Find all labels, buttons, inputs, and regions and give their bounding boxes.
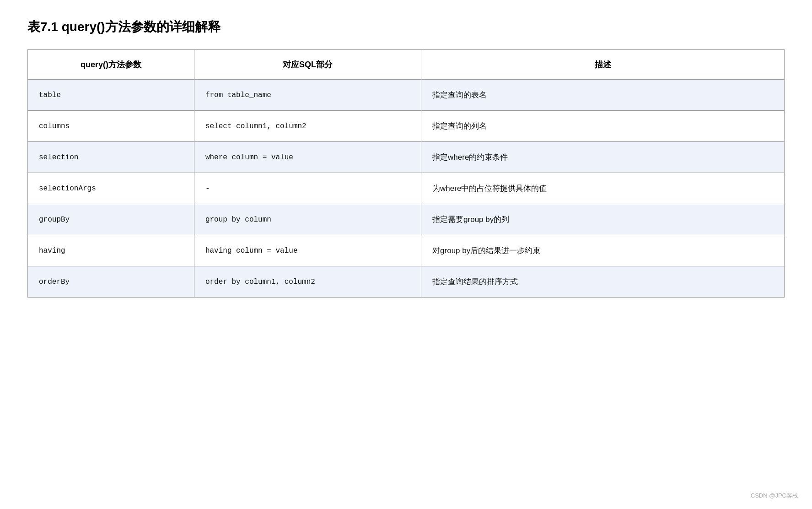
table-row: columnsselect column1, column2指定查询的列名	[28, 111, 785, 142]
cell-sql: having column = value	[194, 235, 421, 266]
table-row: orderByorder by column1, column2指定查询结果的排…	[28, 266, 785, 298]
col-header-description: 描述	[421, 50, 785, 80]
cell-description: 对group by后的结果进一步约束	[421, 235, 785, 266]
cell-sql: -	[194, 173, 421, 204]
table-header-row: query()方法参数 对应SQL部分 描述	[28, 50, 785, 80]
cell-param: selectionArgs	[28, 173, 194, 204]
cell-param: table	[28, 80, 194, 111]
cell-param: selection	[28, 142, 194, 173]
table-row: havinghaving column = value对group by后的结果…	[28, 235, 785, 266]
page-title: 表7.1 query()方法参数的详细解释	[27, 18, 785, 36]
cell-sql: order by column1, column2	[194, 266, 421, 298]
cell-description: 指定where的约束条件	[421, 142, 785, 173]
table-row: selectionwhere column = value指定where的约束条…	[28, 142, 785, 173]
cell-param: having	[28, 235, 194, 266]
table-row: selectionArgs-为where中的占位符提供具体的值	[28, 173, 785, 204]
cell-param: orderBy	[28, 266, 194, 298]
col-header-param: query()方法参数	[28, 50, 194, 80]
cell-sql: group by column	[194, 204, 421, 235]
cell-description: 为where中的占位符提供具体的值	[421, 173, 785, 204]
cell-description: 指定查询的列名	[421, 111, 785, 142]
cell-sql: from table_name	[194, 80, 421, 111]
cell-description: 指定需要group by的列	[421, 204, 785, 235]
watermark: CSDN @JPC客栈	[751, 492, 798, 500]
cell-description: 指定查询的表名	[421, 80, 785, 111]
table-row: tablefrom table_name指定查询的表名	[28, 80, 785, 111]
cell-sql: where column = value	[194, 142, 421, 173]
cell-description: 指定查询结果的排序方式	[421, 266, 785, 298]
query-params-table: query()方法参数 对应SQL部分 描述 tablefrom table_n…	[27, 49, 785, 298]
cell-param: groupBy	[28, 204, 194, 235]
cell-sql: select column1, column2	[194, 111, 421, 142]
table-row: groupBygroup by column指定需要group by的列	[28, 204, 785, 235]
col-header-sql: 对应SQL部分	[194, 50, 421, 80]
cell-param: columns	[28, 111, 194, 142]
